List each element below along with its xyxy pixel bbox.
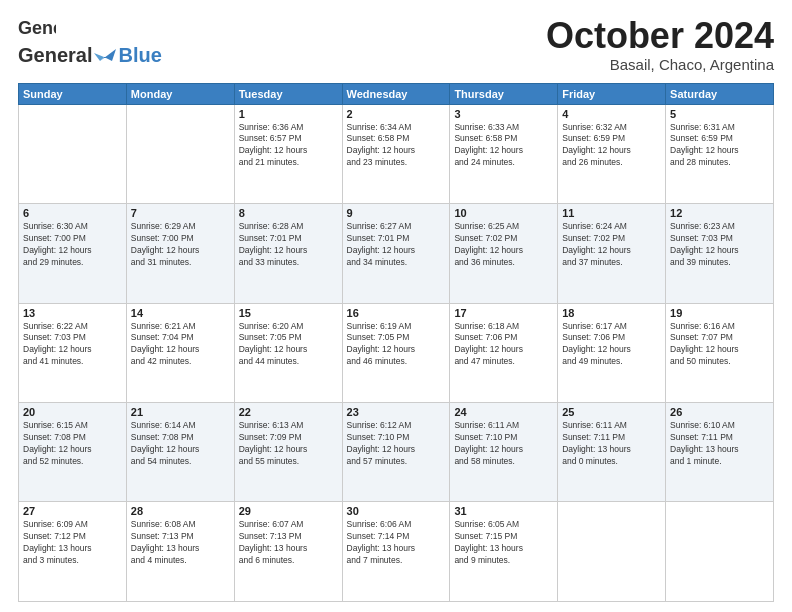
calendar-cell: 20Sunrise: 6:15 AMSunset: 7:08 PMDayligh… — [19, 403, 127, 502]
calendar-cell: 8Sunrise: 6:28 AMSunset: 7:01 PMDaylight… — [234, 204, 342, 303]
day-info: Sunrise: 6:27 AMSunset: 7:01 PMDaylight:… — [347, 221, 446, 269]
day-number: 15 — [239, 307, 338, 319]
day-number: 12 — [670, 207, 769, 219]
calendar-header-sunday: Sunday — [19, 83, 127, 104]
day-number: 9 — [347, 207, 446, 219]
header: General General Blue October 2024 Basail… — [18, 16, 774, 73]
calendar-cell — [666, 502, 774, 602]
day-number: 29 — [239, 505, 338, 517]
location-subtitle: Basail, Chaco, Argentina — [546, 56, 774, 73]
logo-blue: Blue — [118, 44, 161, 67]
day-info: Sunrise: 6:18 AMSunset: 7:06 PMDaylight:… — [454, 321, 553, 369]
day-number: 31 — [454, 505, 553, 517]
svg-text:General: General — [18, 18, 56, 38]
calendar-cell: 25Sunrise: 6:11 AMSunset: 7:11 PMDayligh… — [558, 403, 666, 502]
day-number: 18 — [562, 307, 661, 319]
calendar-header-saturday: Saturday — [666, 83, 774, 104]
day-info: Sunrise: 6:20 AMSunset: 7:05 PMDaylight:… — [239, 321, 338, 369]
day-number: 16 — [347, 307, 446, 319]
calendar-cell — [19, 104, 127, 203]
calendar-cell: 4Sunrise: 6:32 AMSunset: 6:59 PMDaylight… — [558, 104, 666, 203]
calendar-cell: 18Sunrise: 6:17 AMSunset: 7:06 PMDayligh… — [558, 303, 666, 402]
day-info: Sunrise: 6:36 AMSunset: 6:57 PMDaylight:… — [239, 122, 338, 170]
day-info: Sunrise: 6:29 AMSunset: 7:00 PMDaylight:… — [131, 221, 230, 269]
day-number: 19 — [670, 307, 769, 319]
day-info: Sunrise: 6:25 AMSunset: 7:02 PMDaylight:… — [454, 221, 553, 269]
calendar-table: SundayMondayTuesdayWednesdayThursdayFrid… — [18, 83, 774, 602]
day-info: Sunrise: 6:21 AMSunset: 7:04 PMDaylight:… — [131, 321, 230, 369]
svg-marker-2 — [94, 53, 104, 61]
day-info: Sunrise: 6:33 AMSunset: 6:58 PMDaylight:… — [454, 122, 553, 170]
calendar-cell: 22Sunrise: 6:13 AMSunset: 7:09 PMDayligh… — [234, 403, 342, 502]
calendar-cell: 21Sunrise: 6:14 AMSunset: 7:08 PMDayligh… — [126, 403, 234, 502]
month-title: October 2024 — [546, 16, 774, 56]
day-number: 28 — [131, 505, 230, 517]
day-number: 26 — [670, 406, 769, 418]
calendar-week-row: 13Sunrise: 6:22 AMSunset: 7:03 PMDayligh… — [19, 303, 774, 402]
calendar-cell: 23Sunrise: 6:12 AMSunset: 7:10 PMDayligh… — [342, 403, 450, 502]
calendar-cell: 28Sunrise: 6:08 AMSunset: 7:13 PMDayligh… — [126, 502, 234, 602]
calendar-cell — [126, 104, 234, 203]
calendar-cell — [558, 502, 666, 602]
day-info: Sunrise: 6:31 AMSunset: 6:59 PMDaylight:… — [670, 122, 769, 170]
day-number: 30 — [347, 505, 446, 517]
day-info: Sunrise: 6:23 AMSunset: 7:03 PMDaylight:… — [670, 221, 769, 269]
logo: General General Blue — [18, 16, 162, 67]
calendar-cell: 5Sunrise: 6:31 AMSunset: 6:59 PMDaylight… — [666, 104, 774, 203]
calendar-cell: 10Sunrise: 6:25 AMSunset: 7:02 PMDayligh… — [450, 204, 558, 303]
calendar-cell: 17Sunrise: 6:18 AMSunset: 7:06 PMDayligh… — [450, 303, 558, 402]
calendar-cell: 16Sunrise: 6:19 AMSunset: 7:05 PMDayligh… — [342, 303, 450, 402]
calendar-cell: 29Sunrise: 6:07 AMSunset: 7:13 PMDayligh… — [234, 502, 342, 602]
calendar-header-tuesday: Tuesday — [234, 83, 342, 104]
logo-icon: General — [18, 16, 56, 44]
day-number: 21 — [131, 406, 230, 418]
day-info: Sunrise: 6:19 AMSunset: 7:05 PMDaylight:… — [347, 321, 446, 369]
title-area: October 2024 Basail, Chaco, Argentina — [546, 16, 774, 73]
calendar-header-friday: Friday — [558, 83, 666, 104]
day-info: Sunrise: 6:16 AMSunset: 7:07 PMDaylight:… — [670, 321, 769, 369]
day-number: 3 — [454, 108, 553, 120]
day-number: 7 — [131, 207, 230, 219]
calendar-cell: 3Sunrise: 6:33 AMSunset: 6:58 PMDaylight… — [450, 104, 558, 203]
day-number: 13 — [23, 307, 122, 319]
calendar-header-thursday: Thursday — [450, 83, 558, 104]
day-info: Sunrise: 6:28 AMSunset: 7:01 PMDaylight:… — [239, 221, 338, 269]
calendar-cell: 7Sunrise: 6:29 AMSunset: 7:00 PMDaylight… — [126, 204, 234, 303]
calendar-cell: 26Sunrise: 6:10 AMSunset: 7:11 PMDayligh… — [666, 403, 774, 502]
day-number: 23 — [347, 406, 446, 418]
page: General General Blue October 2024 Basail… — [0, 0, 792, 612]
day-info: Sunrise: 6:12 AMSunset: 7:10 PMDaylight:… — [347, 420, 446, 468]
day-info: Sunrise: 6:13 AMSunset: 7:09 PMDaylight:… — [239, 420, 338, 468]
day-info: Sunrise: 6:14 AMSunset: 7:08 PMDaylight:… — [131, 420, 230, 468]
calendar-cell: 13Sunrise: 6:22 AMSunset: 7:03 PMDayligh… — [19, 303, 127, 402]
day-number: 20 — [23, 406, 122, 418]
calendar-header-wednesday: Wednesday — [342, 83, 450, 104]
calendar-header-row: SundayMondayTuesdayWednesdayThursdayFrid… — [19, 83, 774, 104]
day-number: 24 — [454, 406, 553, 418]
calendar-cell: 12Sunrise: 6:23 AMSunset: 7:03 PMDayligh… — [666, 204, 774, 303]
day-info: Sunrise: 6:11 AMSunset: 7:10 PMDaylight:… — [454, 420, 553, 468]
day-number: 27 — [23, 505, 122, 517]
calendar-cell: 2Sunrise: 6:34 AMSunset: 6:58 PMDaylight… — [342, 104, 450, 203]
calendar-week-row: 27Sunrise: 6:09 AMSunset: 7:12 PMDayligh… — [19, 502, 774, 602]
day-info: Sunrise: 6:07 AMSunset: 7:13 PMDaylight:… — [239, 519, 338, 567]
calendar-cell: 15Sunrise: 6:20 AMSunset: 7:05 PMDayligh… — [234, 303, 342, 402]
day-info: Sunrise: 6:06 AMSunset: 7:14 PMDaylight:… — [347, 519, 446, 567]
day-info: Sunrise: 6:11 AMSunset: 7:11 PMDaylight:… — [562, 420, 661, 468]
day-info: Sunrise: 6:15 AMSunset: 7:08 PMDaylight:… — [23, 420, 122, 468]
day-number: 25 — [562, 406, 661, 418]
day-number: 17 — [454, 307, 553, 319]
calendar-week-row: 20Sunrise: 6:15 AMSunset: 7:08 PMDayligh… — [19, 403, 774, 502]
day-info: Sunrise: 6:24 AMSunset: 7:02 PMDaylight:… — [562, 221, 661, 269]
day-info: Sunrise: 6:05 AMSunset: 7:15 PMDaylight:… — [454, 519, 553, 567]
day-info: Sunrise: 6:32 AMSunset: 6:59 PMDaylight:… — [562, 122, 661, 170]
day-info: Sunrise: 6:08 AMSunset: 7:13 PMDaylight:… — [131, 519, 230, 567]
calendar-cell: 27Sunrise: 6:09 AMSunset: 7:12 PMDayligh… — [19, 502, 127, 602]
day-number: 6 — [23, 207, 122, 219]
calendar-week-row: 1Sunrise: 6:36 AMSunset: 6:57 PMDaylight… — [19, 104, 774, 203]
day-number: 14 — [131, 307, 230, 319]
logo-bird-icon — [94, 47, 116, 65]
calendar-week-row: 6Sunrise: 6:30 AMSunset: 7:00 PMDaylight… — [19, 204, 774, 303]
day-info: Sunrise: 6:10 AMSunset: 7:11 PMDaylight:… — [670, 420, 769, 468]
day-info: Sunrise: 6:22 AMSunset: 7:03 PMDaylight:… — [23, 321, 122, 369]
